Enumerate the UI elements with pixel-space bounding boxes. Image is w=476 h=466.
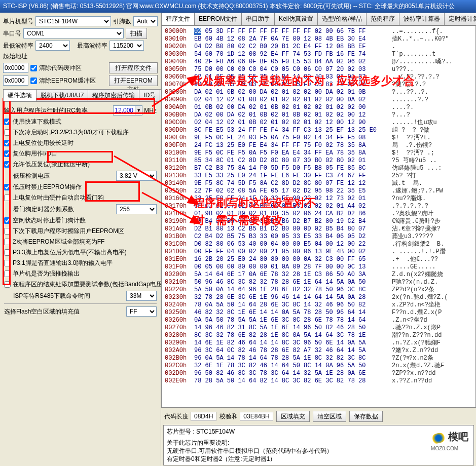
clear-eeprom-checkbox[interactable] [30, 77, 37, 84]
addr2-input[interactable] [3, 75, 28, 86]
hex-row: 00080h DA 02 01 0B 02 00 DA 02 01 02 02 … [165, 89, 472, 96]
right-tab-5[interactable]: 范例程序 [366, 13, 399, 25]
o3-checkbox[interactable] [4, 140, 11, 146]
right-tab-0[interactable]: 程序文件 [161, 13, 195, 25]
start-addr-label: 起始地址 [3, 52, 27, 61]
hex-row: 00250h 46 82 32 8C 1E 6E 14 14 0A 5A 78 … [165, 309, 472, 317]
lvd-select[interactable]: 3.82 V [116, 171, 157, 181]
o6-checkbox[interactable] [4, 184, 11, 190]
hex-row: 00110h 85 34 8C 01 C2 8D D2 8C 80 07 30 … [165, 157, 472, 165]
hex-row: 00140h 9E F5 8C 74 5D F5 8A C2 8D D2 8C … [165, 180, 472, 187]
addr1-input[interactable] [3, 63, 28, 73]
logo-watermark: 模吧 MOZ8.COM [431, 430, 468, 452]
hex-row: 000E0h 9E F5 0C FE 24 03 F5 0A 75 F0 02 … [165, 134, 472, 142]
hex-viewer[interactable]: 00000h 02 05 3D FF FF FF FF FF FF FF FF … [161, 25, 476, 408]
hex-row: 00280h 8C 3C 32 78 6E 82 28 1E 8C 0A 5A … [165, 332, 472, 339]
hex-row: 00180h 01 9B 02 01 89 02 01 80 35 02 06 … [165, 210, 472, 218]
open-eeprom-button[interactable]: 打开EEPROM文件 [109, 75, 158, 86]
hex-row: 00120h B7 C2 B3 75 8A 14 F0 5D F5 D0 F5 … [165, 165, 472, 172]
hex-row: 00070h 90 00 9E 75 F0 03 A4 C5 83 C5 F0 … [165, 81, 472, 89]
o10-checkbox[interactable] [4, 239, 11, 245]
hex-row: 000A0h 01 0B 02 00 DA 02 01 0B 02 01 02 … [165, 104, 472, 111]
hex-row: 00240h 78 0A 5A 50 14 64 28 6E 3C 8C 14 … [165, 301, 472, 309]
o7-checkbox[interactable] [4, 195, 11, 201]
dropdown-icon[interactable]: ▼ [135, 106, 142, 115]
right-tab-4[interactable]: 选型/价格/样品 [317, 13, 367, 25]
fill-region-button[interactable]: 区域填充 [276, 411, 310, 422]
tab-id[interactable]: ID号 [139, 89, 160, 101]
tab-hardware-options[interactable]: 硬件选项 [3, 89, 36, 101]
o1-label: 使用快速下载模式 [13, 118, 157, 126]
mcu-label: 单片机型号 [3, 17, 33, 26]
irc-freq-input[interactable] [114, 106, 135, 115]
right-tab-7[interactable]: 定时器计算器 [444, 13, 476, 25]
irc-freq-unit: MHz [144, 107, 157, 114]
tab-encrypted-transfer[interactable]: 程序加密后传输 [88, 89, 139, 101]
open-code-button[interactable]: 打开程序文件 [109, 62, 158, 73]
max-baud-select[interactable]: 115200 [109, 41, 144, 51]
max-baud-label: 最高波特率 [77, 42, 107, 50]
right-tab-3[interactable]: Keil仿真设置 [274, 13, 318, 25]
chksum-label: 校验和 [219, 412, 238, 421]
rs485-select[interactable]: 33M [126, 291, 157, 301]
hex-row: 000D0h 8C FE E5 53 24 FF FE F4 34 FF C3 … [165, 127, 472, 134]
port-select[interactable]: COM1 [23, 28, 124, 38]
o3-label: 上电复位使用较长延时 [13, 139, 157, 147]
o2-label: 下次冷启动时,P3.2/P3.3为0/0才可下载程序 [13, 128, 157, 137]
o13-label: 单片机是否为强推挽输出 [13, 269, 157, 278]
right-tab-1[interactable]: EEPROM文件 [194, 13, 242, 25]
hex-row: 00290h 14 6E 1E 82 46 64 14 14 8C 3C 96 … [165, 339, 472, 347]
info-line1: 芯片型号 : STC15F104W [167, 428, 470, 436]
irc-freq-combo[interactable]: ▼ [113, 105, 142, 115]
hex-row: 002E0h 78 28 5A 50 14 64 82 14 8C 3C 82 … [165, 377, 472, 385]
o4-label: 复位脚用作I/O口 [13, 149, 157, 158]
o9-checkbox[interactable] [4, 228, 11, 235]
save-data-button[interactable]: 保存数据 [349, 411, 383, 422]
o11-checkbox[interactable] [4, 249, 11, 256]
o11-label: P3.3脚上电复位后为低电平(不输出高电平) [13, 248, 157, 257]
o4-checkbox[interactable] [4, 150, 11, 157]
o14-checkbox[interactable] [4, 281, 11, 288]
o12-checkbox[interactable] [4, 260, 11, 266]
o2-checkbox[interactable] [4, 129, 11, 136]
hex-row: 001F0h 00 05 00 00 80 00 00 01 0A 09 28 … [165, 263, 472, 271]
right-tab-6[interactable]: 波特率计算器 [399, 13, 445, 25]
min-baud-select[interactable]: 2400 [35, 41, 70, 51]
port-label: 串口号 [3, 29, 21, 38]
hex-row: 000C0h 02 04 12 02 01 0B 02 01 02 02 01 … [165, 119, 472, 127]
hex-row: 00230h 32 78 28 6E 3C 6E 1E 96 46 14 14 … [165, 294, 472, 301]
o1-checkbox[interactable] [4, 119, 11, 125]
flash-fill-select[interactable]: FF [126, 306, 157, 317]
hex-row: 001E0h 16 2B 20 25 E0 24 80 80 00 00 0A … [165, 256, 472, 263]
hex-row: 00210h 50 96 46 8C 3C 82 32 78 28 6E 1E … [165, 279, 472, 286]
mcu-select[interactable]: STC15F104W [35, 16, 111, 26]
hex-row: 00060h 02 01 2F 05 35 E5 35 14 B4 14 00 … [165, 73, 472, 81]
o13-checkbox[interactable] [4, 270, 11, 277]
logo-bird-icon [430, 432, 447, 445]
left-tabs: 硬件选项 脱机下载/U8/U7 程序加密后传输 ID号 ▸ [3, 89, 158, 102]
hex-row: 001D0h 00 FF FF 04 00 02 00 21 05 00 06 … [165, 248, 472, 256]
tab-offline-download[interactable]: 脱机下载/U8/U7 [36, 89, 88, 101]
clear-code-checkbox[interactable] [30, 65, 37, 71]
scan-button[interactable]: 扫描 [126, 28, 147, 39]
o5-checkbox[interactable] [4, 161, 11, 168]
clear-region-button[interactable]: 清空区域 [313, 411, 346, 422]
o8-checkbox[interactable] [4, 217, 11, 224]
rs485-label: ISP等待RS485下载命令时间 [13, 292, 122, 300]
o7-label: 上电复位时由硬件自动启动看门狗 [13, 193, 157, 202]
right-tabs: 程序文件EEPROM文件串口助手Keil仿真设置选型/价格/样品范例程序波特率计… [161, 13, 476, 25]
hex-row: 002B0h 96 0A 5A 14 78 14 64 78 28 5A 1E … [165, 355, 472, 362]
clear-code-label: 清除代码缓冲区 [39, 64, 82, 72]
wdt-select[interactable]: 256 [116, 204, 157, 214]
hex-row: 00160h 33 25 E0 FE 24 1F C3 33 FE 90 22 … [165, 195, 472, 203]
code-len-label: 代码长度 [164, 412, 189, 421]
hex-row: 002D0h 96 50 82 46 8C 3C 78 3C 64 14 32 … [165, 370, 472, 377]
chksum-value: 03E84BH [240, 412, 273, 421]
hex-row: 00050h 75 D0 00 C0 00 C0 04 C0 05 C0 06 … [165, 66, 472, 73]
clear-eeprom-label: 清除EEPROM缓冲区 [39, 76, 96, 85]
pin-select[interactable]: Auto [133, 16, 158, 26]
right-tab-2[interactable]: 串口助手 [241, 13, 275, 25]
hex-row: 001A0h D2 B1 80 13 C2 B5 B1 D2 B0 80 0D … [165, 225, 472, 233]
chip-info-box: 芯片型号 : STC15F104W 关于此芯片的重要说明: 无硬件串口,可用软件… [163, 425, 474, 465]
code-len-value: 08D4H [191, 412, 216, 421]
